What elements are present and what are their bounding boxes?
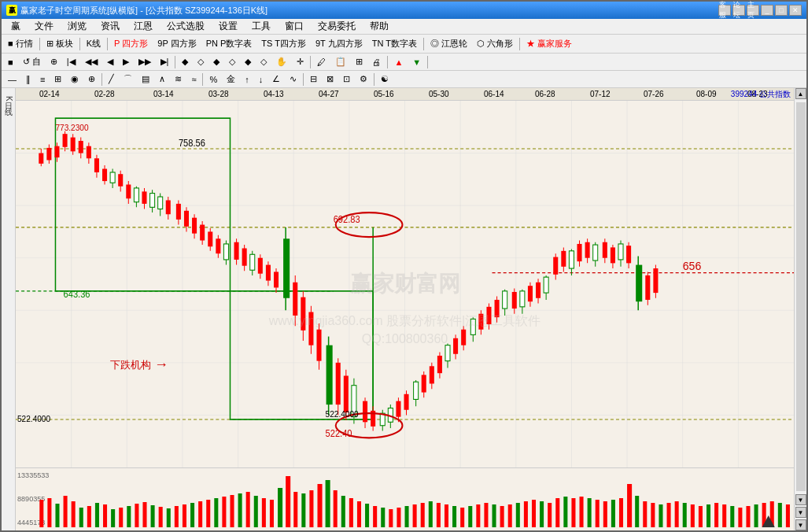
chart-svg[interactable]: 773.2300 [16, 101, 794, 467]
tb-draw2[interactable]: ‖ [22, 72, 35, 86]
tb-grid3[interactable]: ⊡ [339, 72, 354, 86]
tb-nav-first[interactable]: |◀ [63, 55, 79, 68]
tb-sell[interactable]: ▲ [390, 56, 407, 68]
tb-diamond1[interactable]: ◆ [178, 55, 192, 68]
svg-rect-267 [635, 496, 639, 527]
tb-tools4[interactable]: 🖨 [368, 56, 385, 68]
tb-wave[interactable]: ∿ [286, 72, 301, 86]
tb-tools3[interactable]: ⊞ [352, 55, 367, 68]
svg-rect-241 [429, 501, 433, 527]
tb-line2[interactable]: ⌒ [120, 72, 136, 87]
tb-diamond6[interactable]: ◇ [256, 55, 271, 68]
tb-grid1[interactable]: ⊟ [306, 72, 321, 86]
top-btn-service[interactable]: 客服 [718, 5, 731, 16]
sep1 [39, 38, 40, 50]
menu-news[interactable]: 资讯 [94, 18, 126, 35]
menu-settings[interactable]: 设置 [212, 18, 244, 35]
tb-tools1[interactable]: 🖊 [313, 56, 330, 68]
tb-9p4[interactable]: 9P 四方形 [153, 36, 200, 51]
tb-buy[interactable]: ▼ [408, 56, 425, 68]
maximize-btn[interactable]: □ [775, 5, 788, 16]
tb-9t4[interactable]: 9T 九四方形 [312, 36, 367, 51]
tb-diamond4[interactable]: ◇ [225, 55, 239, 68]
tb-diamond3[interactable]: ◆ [209, 55, 223, 68]
tb-pn[interactable]: PN P数字表 [202, 36, 256, 51]
tb-draw6[interactable]: ⊕ [84, 72, 99, 86]
tb-tn[interactable]: TN T数字表 [368, 36, 421, 51]
close-btn[interactable]: ✕ [789, 5, 802, 16]
scroll-down3[interactable]: ▼ [795, 519, 806, 530]
tb-nav-next2[interactable]: ▶▶ [135, 55, 155, 68]
menu-window[interactable]: 窗口 [279, 18, 310, 35]
tb-t4[interactable]: TS T四方形 [257, 36, 310, 51]
svg-rect-46 [102, 169, 107, 182]
tb-line3[interactable]: ▤ [138, 72, 153, 86]
svg-rect-58 [150, 194, 155, 208]
tb-nav-prev1[interactable]: ◀ [103, 55, 117, 68]
scroll-down2[interactable]: ▼ [795, 507, 806, 518]
svg-rect-208 [167, 508, 171, 527]
tb-gann-wheel[interactable]: ◎ 江恩轮 [426, 36, 471, 51]
tb-hand[interactable]: ✋ [272, 55, 291, 68]
menu-win[interactable]: 赢 [5, 18, 27, 35]
menu-tools[interactable]: 工具 [245, 18, 277, 35]
svg-text:758.56: 758.56 [179, 137, 205, 148]
menu-help[interactable]: 帮助 [363, 18, 395, 35]
tb-hex[interactable]: ⬡ 六角形 [473, 36, 517, 51]
svg-rect-249 [493, 504, 496, 527]
chart-container[interactable]: 02-14 02-28 03-14 03-28 04-13 04-27 05-1… [16, 88, 794, 530]
tb-p4[interactable]: P 四方形 [110, 36, 152, 51]
tb-line6[interactable]: ≈ [187, 73, 200, 86]
minimize-btn[interactable]: _ [761, 5, 773, 16]
scroll-down[interactable]: ▼ [795, 494, 806, 505]
tb-kline[interactable]: K线 [83, 36, 105, 51]
tb-down-arr[interactable]: ↓ [255, 73, 267, 86]
svg-rect-192 [39, 500, 43, 527]
svg-rect-104 [344, 376, 349, 413]
svg-rect-246 [468, 506, 472, 527]
svg-rect-270 [659, 504, 662, 527]
menu-trade[interactable]: 交易委托 [312, 18, 362, 35]
tb-draw1[interactable]: — [4, 73, 20, 86]
menu-formula[interactable]: 公式选股 [160, 18, 211, 35]
tb-indicator[interactable]: ☯ [377, 72, 393, 86]
top-btn-forum[interactable]: 论坛 [732, 5, 745, 16]
tb-line1[interactable]: ╱ [105, 72, 118, 86]
tb-zoom-in[interactable]: ⊕ [46, 55, 61, 68]
menu-browse[interactable]: 浏览 [61, 18, 93, 35]
tb-settings[interactable]: ⚙ [356, 72, 371, 86]
tb-nav-last[interactable]: ▶| [157, 55, 173, 68]
top-btn-home[interactable]: 主页 [747, 5, 759, 16]
scroll-track[interactable] [796, 102, 806, 491]
tb-board[interactable]: ⊞ 板块 [42, 36, 77, 51]
tb-line5[interactable]: ≋ [171, 72, 186, 86]
tb-draw4[interactable]: ⊞ [50, 72, 65, 86]
tb-nav-next[interactable]: ▶ [119, 55, 133, 68]
tb-nav-prev[interactable]: ◀◀ [81, 55, 101, 68]
tb-market[interactable]: ■ 行情 [4, 36, 37, 51]
svg-rect-146 [520, 291, 525, 307]
tb-service[interactable]: ★ 赢家服务 [522, 36, 576, 51]
svg-text:13335533: 13335533 [17, 471, 49, 479]
tb-up-arr[interactable]: ↑ [241, 73, 253, 86]
svg-rect-235 [381, 508, 385, 527]
main-content: 日K线 02-14 02-28 03-14 03-28 04-13 04-27 … [2, 88, 806, 530]
scroll-up[interactable]: ▲ [795, 88, 806, 99]
tb-back[interactable]: ■ [4, 56, 17, 68]
tb-gold[interactable]: 金 [223, 72, 239, 87]
menu-gann[interactable]: 江恩 [127, 18, 159, 35]
tb-diamond5[interactable]: ◆ [241, 55, 255, 68]
menu-file[interactable]: 文件 [28, 18, 60, 35]
tb-pct[interactable]: % [205, 73, 221, 86]
svg-rect-205 [142, 502, 146, 527]
tb-tools2[interactable]: 📋 [331, 55, 350, 68]
tb-refresh[interactable]: ↺ 自 [19, 54, 45, 69]
tb-line4[interactable]: ∧ [155, 72, 169, 86]
tb-cross[interactable]: ✛ [293, 55, 308, 68]
tb-draw5[interactable]: ◉ [67, 72, 83, 86]
tb-draw3[interactable]: ≡ [36, 73, 49, 86]
tb-angle[interactable]: ∠ [268, 72, 284, 86]
tb-grid2[interactable]: ⊠ [323, 72, 338, 86]
chart-main[interactable]: 赢家财富网 www.yingjia360.com 股票分析软件|江恩工具软件 Q… [16, 101, 794, 467]
tb-diamond2[interactable]: ◇ [194, 55, 208, 68]
